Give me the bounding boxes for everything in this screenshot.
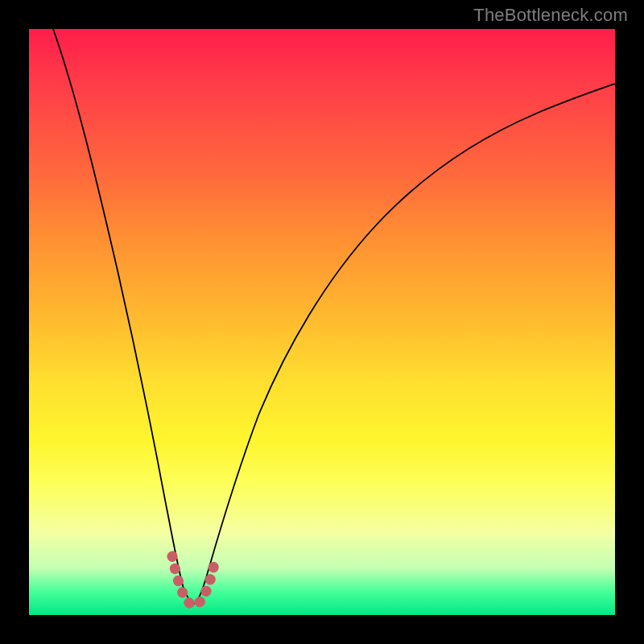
valley-marker	[172, 556, 216, 605]
chart-frame	[29, 29, 615, 615]
bottleneck-plot	[29, 29, 615, 615]
bottleneck-curve	[53, 29, 615, 604]
watermark-text: TheBottleneck.com	[473, 5, 628, 26]
